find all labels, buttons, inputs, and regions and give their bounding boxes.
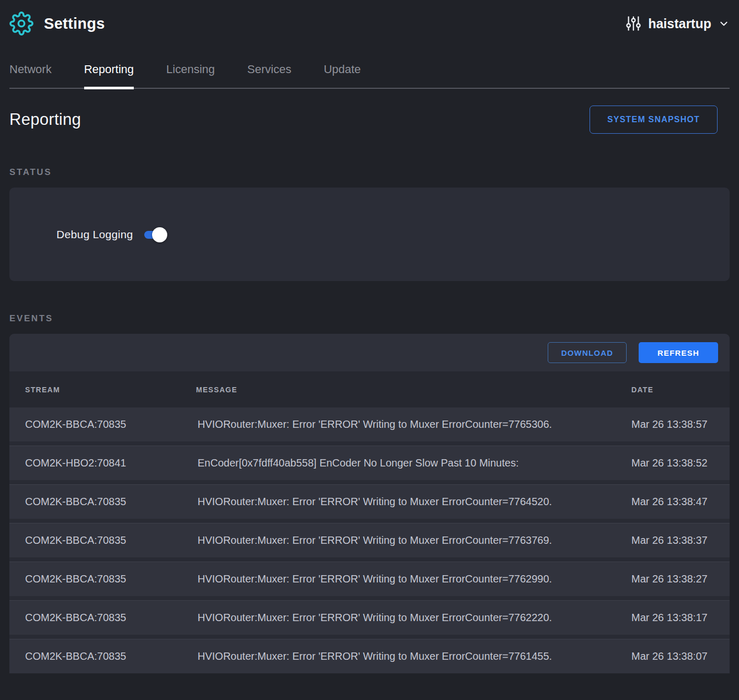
status-card: Debug Logging	[9, 188, 730, 281]
cell-message: HVIORouter:Muxer: Error 'ERROR' Writing …	[196, 612, 631, 624]
sliders-icon	[626, 15, 641, 32]
cell-date: Mar 26 13:38:07	[631, 650, 716, 662]
cell-message: EnCoder[0x7fdff40ab558] EnCoder No Longe…	[196, 457, 631, 469]
cell-stream: COM2K-BBCA:70835	[25, 612, 196, 624]
events-card: DOWNLOAD REFRESH STREAM MESSAGE DATE COM…	[9, 334, 730, 673]
table-row: COM2K-BBCA:70835HVIORouter:Muxer: Error …	[9, 407, 730, 441]
cell-stream: COM2K-BBCA:70835	[25, 534, 196, 546]
row-separator	[9, 596, 730, 601]
tab-network[interactable]: Network	[9, 63, 52, 88]
events-section: EVENTS DOWNLOAD REFRESH STREAM MESSAGE D…	[9, 313, 730, 673]
cell-stream: COM2K-BBCA:70835	[25, 650, 196, 662]
app-title: Settings	[44, 15, 105, 32]
row-separator	[9, 557, 730, 562]
cell-date: Mar 26 13:38:52	[631, 457, 716, 469]
page-title: Reporting	[9, 110, 81, 129]
table-row: COM2K-BBCA:70835HVIORouter:Muxer: Error …	[9, 562, 730, 596]
settings-page: Settings haistartup Network	[0, 0, 739, 673]
cell-message: HVIORouter:Muxer: Error 'ERROR' Writing …	[196, 573, 631, 585]
table-row: COM2K-BBCA:70835HVIORouter:Muxer: Error …	[9, 485, 730, 519]
events-table-body: COM2K-BBCA:70835HVIORouter:Muxer: Error …	[9, 407, 730, 673]
tab-reporting[interactable]: Reporting	[84, 63, 134, 88]
account-name: haistartup	[648, 16, 711, 31]
main-content: Reporting SYSTEM SNAPSHOT STATUS Debug L…	[9, 106, 730, 673]
table-row: COM2K-HBO2:70841EnCoder[0x7fdff40ab558] …	[9, 446, 730, 480]
row-separator	[9, 519, 730, 523]
debug-logging-label: Debug Logging	[56, 228, 133, 241]
cell-date: Mar 26 13:38:17	[631, 612, 716, 624]
cell-date: Mar 26 13:38:57	[631, 418, 716, 430]
tab-update[interactable]: Update	[324, 63, 361, 88]
row-separator	[9, 635, 730, 639]
events-toolbar: DOWNLOAD REFRESH	[9, 334, 730, 371]
cell-date: Mar 26 13:38:47	[631, 496, 716, 508]
toggle-knob	[152, 227, 167, 242]
cell-message: HVIORouter:Muxer: Error 'ERROR' Writing …	[196, 418, 631, 430]
cell-stream: COM2K-BBCA:70835	[25, 418, 196, 430]
column-header-date: DATE	[631, 386, 716, 394]
cell-stream: COM2K-HBO2:70841	[25, 457, 196, 469]
cell-message: HVIORouter:Muxer: Error 'ERROR' Writing …	[196, 534, 631, 546]
cell-message: HVIORouter:Muxer: Error 'ERROR' Writing …	[196, 496, 631, 508]
chevron-down-icon	[718, 18, 730, 29]
table-row: COM2K-BBCA:70835HVIORouter:Muxer: Error …	[9, 639, 730, 673]
events-section-label: EVENTS	[9, 313, 730, 324]
download-button[interactable]: DOWNLOAD	[548, 342, 627, 363]
cell-date: Mar 26 13:38:37	[631, 534, 716, 546]
tab-services[interactable]: Services	[247, 63, 291, 88]
system-snapshot-button[interactable]: SYSTEM SNAPSHOT	[590, 106, 718, 134]
cell-date: Mar 26 13:38:27	[631, 573, 716, 585]
tab-bar: Network Reporting Licensing Services Upd…	[9, 63, 730, 89]
column-header-stream: STREAM	[25, 386, 196, 394]
row-separator	[9, 441, 730, 446]
table-row: COM2K-BBCA:70835HVIORouter:Muxer: Error …	[9, 523, 730, 557]
brand: Settings	[9, 11, 105, 36]
account-menu[interactable]: haistartup	[626, 15, 730, 32]
gear-icon	[9, 11, 33, 36]
status-section-label: STATUS	[9, 167, 730, 178]
events-table-header: STREAM MESSAGE DATE	[9, 371, 730, 407]
column-header-message: MESSAGE	[196, 386, 631, 394]
tab-licensing[interactable]: Licensing	[166, 63, 215, 88]
cell-stream: COM2K-BBCA:70835	[25, 496, 196, 508]
refresh-button[interactable]: REFRESH	[639, 342, 718, 363]
table-row: COM2K-BBCA:70835HVIORouter:Muxer: Error …	[9, 601, 730, 635]
debug-logging-toggle[interactable]	[143, 227, 167, 242]
row-separator	[9, 480, 730, 485]
top-bar: Settings haistartup	[9, 0, 730, 38]
status-section: STATUS Debug Logging	[9, 167, 730, 281]
cell-stream: COM2K-BBCA:70835	[25, 573, 196, 585]
cell-message: HVIORouter:Muxer: Error 'ERROR' Writing …	[196, 650, 631, 662]
